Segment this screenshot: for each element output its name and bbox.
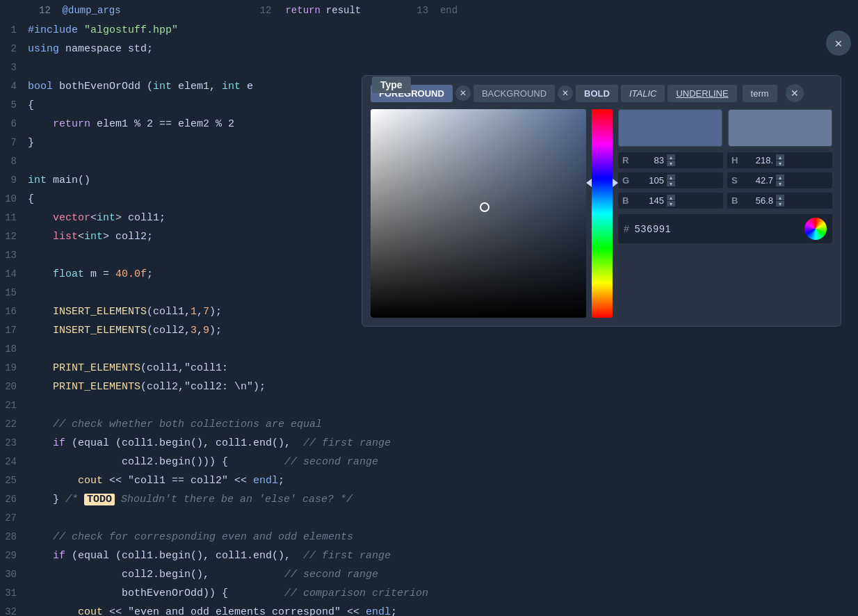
line-num-21: 21 <box>0 396 28 414</box>
code-line-29: 29 if (equal (coll1.begin(), coll1.end()… <box>0 546 858 565</box>
s-spin-up[interactable]: ▲ <box>776 175 784 180</box>
line-num-13: 13 <box>0 246 28 264</box>
main-close-button[interactable]: ✕ <box>826 31 851 56</box>
s-spinner: ▲ ▼ <box>776 175 784 186</box>
bold-button[interactable]: BOLD <box>576 85 618 102</box>
line-num-19: 19 <box>0 359 28 377</box>
swatch-row <box>618 109 832 147</box>
line-num-2: 2 <box>0 40 28 58</box>
line-num-26: 26 <box>0 490 28 508</box>
b-label: B <box>622 195 633 206</box>
r-label: R <box>622 155 633 165</box>
code-line-21: 21 <box>0 396 858 415</box>
s-input-row: S ▲ ▼ <box>727 172 832 188</box>
r-input[interactable] <box>636 155 664 165</box>
h-spin-up[interactable]: ▲ <box>776 154 784 160</box>
code-line-2: 2 using namespace std; <box>0 40 858 58</box>
h-input[interactable] <box>745 155 773 165</box>
b-spin-up[interactable]: ▲ <box>667 195 675 200</box>
b-spin-down[interactable]: ▼ <box>667 201 675 206</box>
r-input-row: R ▲ ▼ <box>618 152 723 168</box>
line-num-24: 24 <box>0 453 28 471</box>
h-input-row: H ▲ ▼ <box>727 152 832 168</box>
line-num-31: 31 <box>0 584 28 602</box>
term-button[interactable]: term <box>743 85 777 102</box>
code-line-23: 23 if (equal (coll1.begin(), coll1.end()… <box>0 434 858 453</box>
line-num-8: 8 <box>0 152 28 170</box>
g-input[interactable] <box>636 175 664 186</box>
italic-button[interactable]: ITALIC <box>621 85 665 102</box>
s-label: S <box>731 175 743 186</box>
type-label: Type <box>372 76 411 93</box>
hue-slider[interactable] <box>592 109 613 318</box>
g-input-row: G ▲ ▼ <box>618 172 723 188</box>
hex-input[interactable] <box>635 223 690 234</box>
color-inputs-grid: R ▲ ▼ H ▲ ▼ <box>618 152 832 209</box>
line-num-1: 1 <box>0 21 28 39</box>
s-spin-down[interactable]: ▼ <box>776 181 784 186</box>
line-num-23: 23 <box>0 434 28 452</box>
code-line-3: 3 <box>0 58 858 77</box>
s-input[interactable] <box>745 175 773 186</box>
line-num-28: 28 <box>0 528 28 546</box>
b2-spin-up[interactable]: ▲ <box>776 195 784 200</box>
hue-slider-container <box>592 109 613 318</box>
underline-button[interactable]: UNDERLINE <box>667 85 736 102</box>
line-num-3: 3 <box>0 58 28 76</box>
b2-input-row: B ▲ ▼ <box>727 193 832 209</box>
g-spinner: ▲ ▼ <box>667 175 675 186</box>
code-line-27: 27 <box>0 509 858 528</box>
swatch-current[interactable] <box>618 109 722 147</box>
code-line-20: 20 PRINT_ELEMENTS(coll2,"coll2: \n"); <box>0 378 858 396</box>
background-close-button[interactable]: ✕ <box>558 86 573 101</box>
g-spin-down[interactable]: ▼ <box>667 181 675 186</box>
swatch-previous[interactable] <box>728 109 832 147</box>
h-label: H <box>731 155 743 165</box>
color-picker-popup: FOREGROUND ✕ BACKGROUND ✕ BOLD ITALIC UN… <box>362 75 841 327</box>
code-line-25: 25 cout << "coll1 == coll2" << endl; <box>0 471 858 490</box>
line-num-5: 5 <box>0 96 28 114</box>
color-wheel-button[interactable] <box>804 218 827 240</box>
code-line-22: 22 // check whether both collections are… <box>0 415 858 434</box>
top-ghost-bar: 12 @dump_args 12 return result 13 end <box>0 0 858 21</box>
ghost-left: 12 @dump_args <box>39 5 121 16</box>
code-line-24: 24 coll2.begin())) { // second range <box>0 453 858 471</box>
b2-spin-down[interactable]: ▼ <box>776 201 784 206</box>
h-spin-down[interactable]: ▼ <box>776 161 784 166</box>
b2-input[interactable] <box>745 195 773 206</box>
code-line-31: 31 bothEvenOrOdd)) { // comparison crite… <box>0 584 858 603</box>
background-button[interactable]: BACKGROUND <box>473 85 555 102</box>
b-input-row: B ▲ ▼ <box>618 193 723 209</box>
r-spinner: ▲ ▼ <box>667 154 675 166</box>
r-spin-down[interactable]: ▼ <box>667 161 675 166</box>
r-spin-up[interactable]: ▲ <box>667 154 675 160</box>
line-num-6: 6 <box>0 115 28 133</box>
code-line-19: 19 PRINT_ELEMENTS(coll1,"coll1: <box>0 359 858 378</box>
line-num-7: 7 <box>0 133 28 152</box>
b2-spinner: ▲ ▼ <box>776 195 784 206</box>
foreground-close-button[interactable]: ✕ <box>455 86 471 101</box>
picker-right-panel: R ▲ ▼ H ▲ ▼ <box>618 109 832 318</box>
toolbar-close-button[interactable]: ✕ <box>786 84 804 102</box>
gradient-dark <box>371 109 586 318</box>
line-num-20: 20 <box>0 378 28 396</box>
g-spin-up[interactable]: ▲ <box>667 175 675 180</box>
code-line-28: 28 // check for corresponding even and o… <box>0 528 858 546</box>
code-line-1: 1 #include "algostuff.hpp" <box>0 21 858 40</box>
picker-main-area: R ▲ ▼ H ▲ ▼ <box>371 109 832 318</box>
line-num-17: 17 <box>0 321 28 339</box>
line-num-12: 12 <box>0 227 28 245</box>
code-line-18: 18 <box>0 340 858 359</box>
line-num-30: 30 <box>0 565 28 583</box>
line-num-10: 10 <box>0 190 28 208</box>
color-gradient-square[interactable] <box>371 109 586 318</box>
ghost-right1: 12 <box>260 5 272 16</box>
hex-row: # <box>618 214 832 243</box>
code-line-30: 30 coll2.begin(), // second range <box>0 565 858 584</box>
line-num-27: 27 <box>0 509 28 527</box>
code-line-32: 32 cout << "even and odd elements corres… <box>0 603 858 616</box>
line-num-29: 29 <box>0 546 28 565</box>
picker-toolbar: FOREGROUND ✕ BACKGROUND ✕ BOLD ITALIC UN… <box>371 84 832 102</box>
b-input[interactable] <box>636 195 664 206</box>
code-line-26: 26 } /* TODO Shouldn't there be an 'else… <box>0 490 858 509</box>
